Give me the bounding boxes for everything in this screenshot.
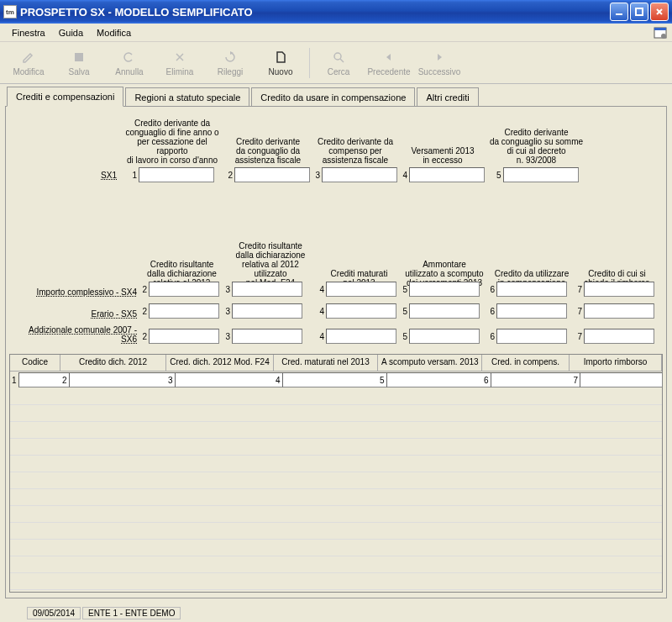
row-sx5-label: Erario - SX5 (14, 309, 140, 319)
window-title: PROSPETTO SX - MODELLO SEMPLIFICATO (20, 6, 608, 18)
toolbar-separator (309, 48, 310, 78)
sx4-field-3[interactable] (232, 282, 302, 297)
statusbar: 09/05/2014 ENTE 1 - ENTE DEMO (2, 605, 670, 620)
edit-icon (5, 49, 52, 66)
sx6-field-7[interactable] (584, 329, 654, 344)
row1-hdr-2: Credito derivanteda conguaglio daassiste… (228, 137, 308, 165)
sx5-field-7[interactable] (584, 303, 654, 319)
row-sx6: Addizionale comunale 2007 - SX6 2 3 4 5 … (14, 325, 659, 344)
sx1-field-1[interactable] (139, 167, 214, 182)
prev-icon (365, 49, 412, 66)
tab-panel: SX1 Credito derivante daconguaglio di fi… (5, 106, 667, 598)
toolbar-nuovo[interactable]: Nuovo (255, 45, 306, 80)
menubar: Finestra Guida Modifica (0, 24, 672, 42)
close-button[interactable] (650, 3, 669, 21)
toolbar-annulla[interactable]: Annulla (104, 45, 155, 80)
svg-rect-0 (616, 13, 622, 15)
status-date: 09/05/2014 (27, 607, 81, 619)
grid-col-maturati[interactable]: Cred. maturati nel 2013 (274, 355, 378, 371)
row1-hdr-3: Credito derivante dacompenso perassisten… (313, 137, 397, 165)
titlebar: tm PROSPETTO SX - MODELLO SEMPLIFICATO (0, 0, 672, 24)
row2-hdr-2: Credito risultantedalla dichiarazionerel… (225, 241, 316, 287)
row-sx1: SX1 Credito derivante daconguaglio di fi… (14, 119, 586, 182)
row1-hdr-4: Versamenti 2013in eccesso (405, 146, 480, 165)
svg-point-6 (334, 53, 341, 60)
reload-icon (207, 49, 254, 66)
menu-modifica[interactable]: Modifica (90, 26, 138, 40)
sx5-field-5[interactable] (409, 303, 480, 319)
row1-hdr-5: Credito derivanteda conguaglio su sommed… (488, 128, 585, 165)
sx4-field-6[interactable] (496, 282, 567, 297)
row-sx4: Importo complessivo - SX4 2 3 4 5 6 7 (14, 282, 659, 297)
svg-rect-5 (75, 53, 83, 61)
next-icon (416, 49, 463, 66)
row-sx1-label: SX1 (14, 171, 120, 180)
sx6-field-4[interactable] (326, 329, 396, 344)
toolbar-elimina[interactable]: Elimina (155, 45, 205, 80)
undo-icon (106, 49, 153, 66)
tab-credito-compensazione[interactable]: Credito da usare in compensazione (251, 87, 415, 107)
tab-strip: Crediti e compensazioni Regioni a statut… (5, 84, 667, 106)
sx4-field-2[interactable] (149, 282, 219, 297)
tab-crediti-compensazioni[interactable]: Crediti e compensazioni (7, 87, 123, 107)
toolbar-modifica[interactable]: Modifica (3, 45, 54, 80)
toolbar-cerca[interactable]: Cerca (313, 45, 364, 80)
calendar-icon[interactable] (654, 26, 667, 40)
sx5-field-4[interactable] (326, 303, 396, 319)
grid-col-rimborso[interactable]: Importo rimborso (570, 355, 662, 371)
tab-regioni-statuto[interactable]: Regioni a statuto speciale (125, 87, 249, 107)
grid-empty-rows (10, 388, 662, 590)
sx5-field-6[interactable] (496, 303, 567, 319)
row-sx5: Erario - SX5 2 3 4 5 6 7 (14, 303, 659, 319)
row-sx6-label: Addizionale comunale 2007 - SX6 (14, 325, 140, 344)
data-grid: Codice Credito dich. 2012 Cred. dich. 20… (9, 354, 663, 593)
menu-guida[interactable]: Guida (52, 26, 90, 40)
toolbar-precedente[interactable]: Precedente (364, 45, 414, 80)
sx6-field-5[interactable] (409, 329, 480, 344)
sx6-field-3[interactable] (232, 329, 302, 344)
sx1-field-3[interactable] (322, 167, 397, 182)
grid-col-codice[interactable]: Codice (10, 355, 60, 371)
sx5-field-2[interactable] (149, 303, 219, 319)
grid-col-scomputo[interactable]: A scomputo versam. 2013 (378, 355, 482, 371)
sx4-field-4[interactable] (326, 282, 396, 297)
sx6-field-6[interactable] (496, 329, 567, 344)
maximize-button[interactable] (630, 3, 648, 21)
toolbar-successivo[interactable]: Successivo (414, 45, 465, 80)
grid-header: Codice Credito dich. 2012 Cred. dich. 20… (10, 355, 662, 372)
sx1-field-2[interactable] (234, 167, 310, 182)
menu-finestra[interactable]: Finestra (5, 26, 52, 40)
grid-cell-7[interactable] (580, 372, 662, 387)
sx4-field-5[interactable] (409, 282, 480, 297)
svg-rect-3 (654, 28, 666, 30)
search-icon (315, 49, 362, 66)
content-area: Crediti e compensazioni Regioni a statut… (5, 84, 667, 605)
sx4-field-7[interactable] (584, 282, 654, 297)
grid-body[interactable]: 1 2 3 4 5 6 7 (10, 372, 662, 592)
row-sx4-label: Importo complessivo - SX4 (14, 287, 140, 297)
svg-rect-1 (636, 8, 643, 15)
sx6-field-2[interactable] (149, 329, 219, 344)
toolbar-salva[interactable]: Salva (54, 45, 104, 80)
new-icon (257, 49, 304, 66)
status-entity: ENTE 1 - ENTE DEMO (82, 607, 181, 619)
save-icon (55, 49, 102, 66)
grid-row: 1 2 3 4 5 6 7 (10, 372, 662, 388)
sx5-field-3[interactable] (232, 303, 302, 319)
svg-point-4 (661, 34, 666, 39)
grid-col-credf24[interactable]: Cred. dich. 2012 Mod. F24 (166, 355, 274, 371)
sx1-field-4[interactable] (409, 167, 485, 182)
grid-col-compens[interactable]: Cred. in compens. (482, 355, 570, 371)
delete-icon (156, 49, 203, 66)
row1-hdr-1: Credito derivante daconguaglio di fine a… (122, 119, 223, 165)
minimize-button[interactable] (610, 3, 628, 21)
grid-col-credito2012[interactable]: Credito dich. 2012 (60, 355, 166, 371)
sx1-field-5[interactable] (503, 167, 579, 182)
toolbar: Modifica Salva Annulla Elimina Rileggi N… (0, 42, 672, 84)
tab-altri-crediti[interactable]: Altri crediti (417, 87, 478, 107)
toolbar-rileggi[interactable]: Rileggi (205, 45, 255, 80)
app-icon: tm (3, 5, 17, 18)
